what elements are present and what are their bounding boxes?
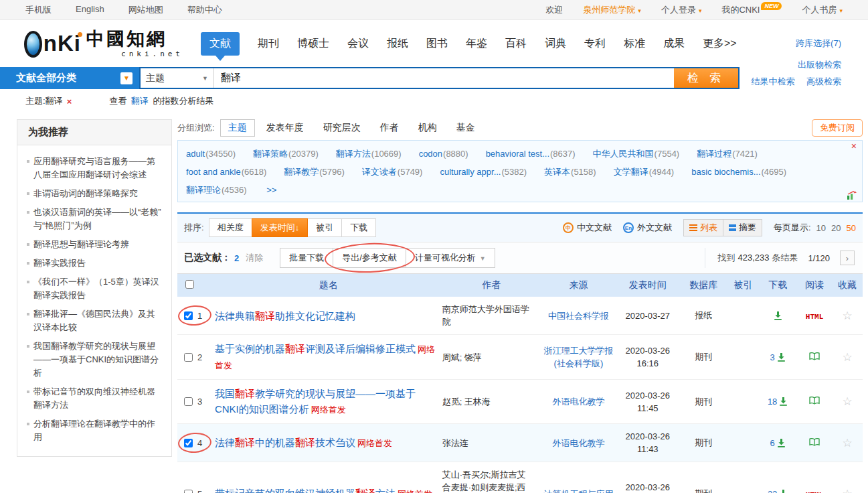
row-checkbox[interactable]: [184, 397, 193, 406]
group-tab[interactable]: 发表年度: [258, 119, 312, 137]
topic-tag[interactable]: foot and ankle(6618): [186, 163, 266, 181]
row-checkbox[interactable]: [184, 490, 193, 493]
recommend-item[interactable]: 应用翻译研究与语言服务——第八届全国应用翻译研讨会综述: [27, 152, 163, 184]
search-in-results-link[interactable]: 结果中检索: [751, 76, 794, 86]
more-tags-link[interactable]: >>: [266, 185, 276, 195]
topic-tag-link[interactable]: foot and ankle: [186, 167, 241, 177]
row-checkbox[interactable]: [184, 353, 193, 362]
topbar-link[interactable]: English: [76, 4, 104, 16]
read-online-button[interactable]: [809, 438, 820, 448]
topic-tag-link[interactable]: 中华人民共和国: [593, 149, 654, 159]
nav-tab[interactable]: 会议: [347, 37, 369, 51]
nav-tab[interactable]: 成果: [663, 37, 685, 51]
topic-tag-link[interactable]: 翻译教学: [284, 167, 319, 177]
nav-tab[interactable]: 文献: [201, 32, 240, 56]
metric-analysis-button[interactable]: 计量可视化分析▼: [406, 248, 495, 268]
recommend-item[interactable]: 分析翻译理论在翻译教学中的作用: [27, 415, 163, 447]
topic-tag[interactable]: behavioral test...(8637): [486, 145, 576, 163]
source-link[interactable]: 中国社会科学报: [548, 311, 609, 321]
download-button[interactable]: [774, 311, 782, 320]
clear-selection-button[interactable]: 清除: [246, 252, 263, 264]
favorite-star-icon[interactable]: ☆: [832, 395, 863, 409]
topic-tag[interactable]: culturally appr...(5382): [440, 163, 527, 181]
export-references-button[interactable]: 导出/参考文献: [333, 248, 406, 268]
recommend-item[interactable]: 我国翻译教学研究的现状与展望——一项基于CNKI的知识图谱分析: [27, 337, 163, 382]
topic-tag[interactable]: basic biochemis...(4695): [691, 163, 786, 181]
cn-docs-toggle[interactable]: 中中文文献: [563, 222, 612, 234]
per-page-option[interactable]: 10: [816, 223, 826, 233]
free-subscribe-button[interactable]: 免费订阅: [812, 119, 863, 137]
topic-tag-link[interactable]: 翻译方法: [336, 149, 371, 159]
topic-tag[interactable]: 翻译理论(4536): [186, 181, 247, 199]
favorite-star-icon[interactable]: ☆: [832, 436, 863, 450]
nav-tab[interactable]: 词典: [545, 37, 566, 51]
topic-tag[interactable]: 翻译教学(5796): [284, 163, 345, 181]
download-button[interactable]: [779, 397, 788, 406]
field-select[interactable]: 主题▼: [141, 68, 214, 88]
cross-db-link[interactable]: 跨库选择(7): [796, 38, 841, 50]
html-read-link[interactable]: HTML: [806, 313, 823, 321]
nav-tab[interactable]: 图书: [426, 37, 448, 51]
topic-tag-link[interactable]: adult: [186, 149, 205, 159]
category-selector[interactable]: 文献全部分类 ▼: [0, 72, 139, 84]
topic-tag[interactable]: 翻译方法(10669): [336, 145, 402, 163]
source-link[interactable]: 计算机工程与应用: [543, 489, 613, 493]
topbar-link[interactable]: 网站地图: [128, 4, 163, 16]
group-tab[interactable]: 研究层次: [315, 119, 369, 137]
topic-tag-link[interactable]: basic biochemis...: [691, 167, 760, 177]
favorite-star-icon[interactable]: ☆: [832, 309, 863, 323]
recommend-item[interactable]: 《我们不一样》（1-5章）英译汉翻译实践报告: [27, 273, 163, 305]
topic-tag[interactable]: codon(8880): [419, 145, 468, 163]
recommend-item[interactable]: 带标记音节的双向维汉神经机器翻译方法: [27, 382, 163, 415]
topic-tag[interactable]: adult(34550): [186, 145, 236, 163]
nav-tab[interactable]: 期刊: [258, 37, 279, 51]
topic-tag-link[interactable]: culturally appr...: [440, 167, 501, 177]
trend-chart-icon[interactable]: [847, 190, 857, 200]
topic-tag[interactable]: 英译本(5158): [544, 163, 596, 181]
login-menu[interactable]: 个人登录▾: [661, 4, 702, 16]
topic-tag[interactable]: 文学翻译(4944): [614, 163, 675, 181]
recommend-item[interactable]: 也谈汉语新词的英译——以“老赖”与“艳照门”为例: [27, 203, 163, 235]
download-button[interactable]: [777, 353, 786, 362]
list-view-button[interactable]: 列表: [684, 220, 723, 236]
row-checkbox[interactable]: [184, 311, 193, 320]
nav-tab[interactable]: 年鉴: [466, 37, 487, 51]
group-tab[interactable]: 基金: [448, 119, 483, 137]
source-link[interactable]: 外语电化教学: [552, 397, 604, 407]
close-icon[interactable]: ×: [851, 141, 857, 151]
group-tab[interactable]: 机构: [410, 119, 445, 137]
result-title-link[interactable]: 基于实例的机器翻译评测及译后编辑修正模式: [215, 343, 416, 354]
result-title-link[interactable]: 法律翻译中的机器翻译技术刍议: [215, 437, 355, 448]
topic-tag[interactable]: 译文读者(5749): [362, 163, 423, 181]
topic-tag-link[interactable]: codon: [419, 149, 442, 159]
en-docs-toggle[interactable]: En外文文献: [623, 222, 672, 234]
result-title-link[interactable]: 法律典籍翻译助推文化记忆建构: [215, 310, 355, 322]
library-menu[interactable]: 个人书房▾: [802, 4, 843, 16]
topic-tag[interactable]: 中华人民共和国(7554): [593, 145, 680, 163]
nav-tab[interactable]: 更多>>: [703, 37, 737, 51]
search-input[interactable]: [214, 68, 674, 88]
result-title-link[interactable]: 带标记音节的双向维汉神经机器翻译方法: [215, 488, 396, 493]
index-analysis-link[interactable]: 翻译: [131, 96, 149, 106]
nav-tab[interactable]: 标准: [624, 37, 645, 51]
nav-tab[interactable]: 百科: [505, 37, 527, 51]
topic-tag[interactable]: 翻译过程(7421): [697, 145, 758, 163]
topic-tag-link[interactable]: 翻译理论: [186, 185, 221, 195]
nav-tab[interactable]: 博硕士: [297, 37, 329, 51]
publication-search-link[interactable]: 出版物检索: [798, 59, 841, 71]
remove-filter-icon[interactable]: ×: [67, 96, 72, 107]
batch-download-button[interactable]: 批量下载: [280, 248, 333, 268]
topic-tag-link[interactable]: 文学翻译: [614, 167, 648, 177]
recommend-item[interactable]: 翻译实践报告: [27, 254, 163, 273]
next-page-button[interactable]: ›: [840, 251, 855, 265]
nav-tab[interactable]: 专利: [584, 37, 606, 51]
institution-menu[interactable]: 泉州师范学院▾: [583, 4, 641, 16]
topbar-link[interactable]: 帮助中心: [187, 4, 222, 16]
abstract-view-button[interactable]: 摘要: [723, 220, 762, 236]
topic-tag-link[interactable]: 译文读者: [362, 167, 397, 177]
source-link[interactable]: 外语电化教学: [552, 438, 604, 448]
topbar-link[interactable]: 手机版: [25, 4, 52, 16]
topic-tag-link[interactable]: 翻译策略: [253, 149, 288, 159]
sort-option[interactable]: 下载: [341, 218, 376, 237]
cnki-logo[interactable]: nKi 中國知網 cnki.net: [24, 28, 183, 59]
